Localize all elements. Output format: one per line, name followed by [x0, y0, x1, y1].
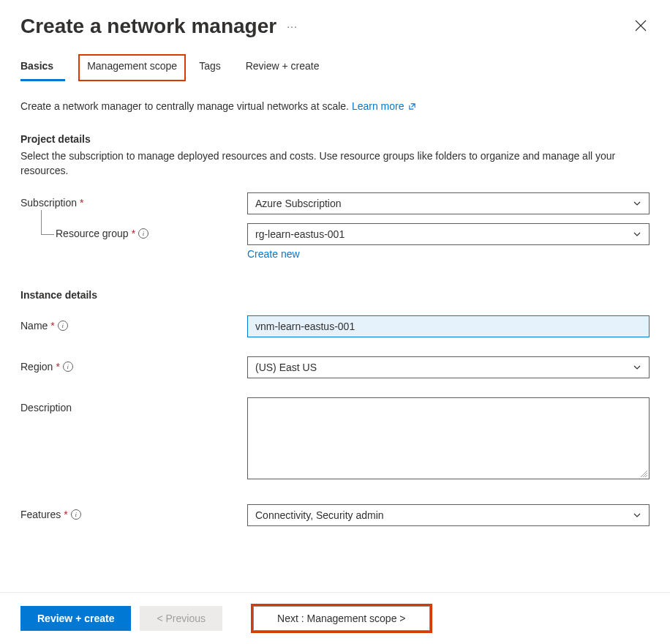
chevron-down-icon: [633, 199, 641, 208]
next-button[interactable]: Next : Management scope >: [253, 606, 430, 631]
project-details-desc: Select the subscription to manage deploy…: [20, 149, 650, 178]
external-link-icon: [408, 101, 416, 113]
tab-review-create[interactable]: Review + create: [246, 54, 331, 81]
create-new-link[interactable]: Create new: [247, 248, 300, 260]
features-select[interactable]: Connectivity, Security admin: [247, 504, 650, 526]
chevron-down-icon: [633, 511, 641, 520]
close-icon: [635, 20, 647, 31]
region-select[interactable]: (US) East US: [247, 356, 650, 378]
project-details-heading: Project details: [20, 133, 650, 145]
info-icon[interactable]: i: [71, 509, 81, 520]
info-icon[interactable]: i: [58, 321, 68, 331]
previous-button[interactable]: < Previous: [140, 606, 222, 631]
resize-handle-icon[interactable]: [639, 469, 648, 478]
chevron-down-icon: [633, 230, 641, 239]
footer-bar: Review + create < Previous Next : Manage…: [0, 592, 670, 644]
description-label: Description: [20, 397, 247, 413]
subscription-select[interactable]: Azure Subscription: [247, 192, 650, 214]
resource-group-label: Resource group * i: [20, 223, 247, 239]
description-textarea[interactable]: [247, 397, 650, 479]
tab-basics[interactable]: Basics: [20, 54, 65, 81]
region-label: Region * i: [20, 356, 247, 372]
learn-more-link[interactable]: Learn more: [352, 100, 416, 112]
name-label: Name * i: [20, 315, 247, 332]
close-button[interactable]: [632, 17, 650, 37]
intro-text: Create a network manager to centrally ma…: [20, 100, 650, 113]
tab-management-scope[interactable]: Management scope: [78, 54, 186, 81]
review-create-button[interactable]: Review + create: [20, 606, 131, 631]
features-label: Features * i: [20, 504, 247, 520]
more-options-icon[interactable]: ···: [287, 20, 298, 32]
instance-details-heading: Instance details: [20, 289, 650, 301]
tabs-bar: Basics Management scope Tags Review + cr…: [20, 54, 650, 81]
subscription-label: Subscription *: [20, 192, 247, 209]
info-icon[interactable]: i: [63, 362, 73, 372]
resource-group-select[interactable]: rg-learn-eastus-001: [247, 223, 650, 245]
page-title: Create a network manager: [20, 15, 276, 38]
chevron-down-icon: [633, 363, 641, 372]
name-input[interactable]: vnm-learn-eastus-001: [247, 315, 650, 337]
info-icon[interactable]: i: [138, 228, 148, 239]
tab-tags[interactable]: Tags: [199, 54, 233, 81]
